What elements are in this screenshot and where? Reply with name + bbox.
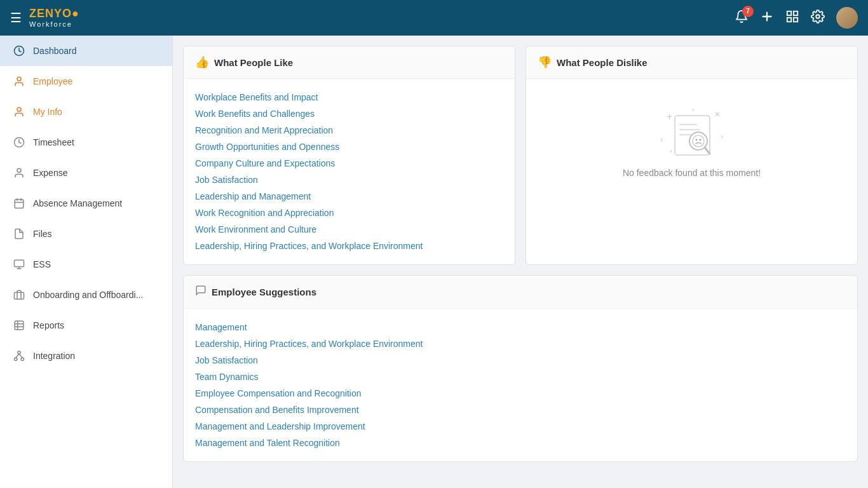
svg-text:✕: ✕ (714, 110, 721, 119)
like-list-item[interactable]: Job Satisfaction (195, 172, 503, 188)
timesheet-icon (13, 136, 25, 149)
logo: ZENYO● Workforce (29, 8, 79, 28)
suggestion-list-item[interactable]: Leadership, Hiring Practices, and Workpl… (195, 336, 846, 352)
like-list-item[interactable]: Work Recognition and Appreciation (195, 205, 503, 221)
top-navigation: ☰ ZENYO● Workforce 7 (0, 0, 868, 36)
svg-point-9 (17, 107, 21, 111)
svg-rect-20 (15, 321, 24, 330)
suggestion-list-item[interactable]: Compensation and Benefits Improvement (195, 402, 846, 418)
suggestion-list-item[interactable]: Management (195, 319, 846, 336)
ess-icon (13, 258, 25, 271)
dislike-empty-text: No feedback found at this moment! (623, 168, 761, 178)
thumbs-up-icon: 👍 (195, 55, 209, 69)
settings-icon[interactable] (811, 10, 825, 27)
onboarding-icon (13, 288, 25, 301)
like-list-item[interactable]: Company Culture and Expectations (195, 155, 503, 172)
svg-rect-4 (787, 17, 791, 21)
svg-point-6 (816, 15, 820, 18)
suggestions-list[interactable]: ManagementLeadership, Hiring Practices, … (184, 309, 857, 461)
logo-zenyo: ZENYO● (29, 8, 79, 20)
sidebar-item-label: My Info (33, 107, 62, 117)
svg-point-8 (17, 77, 21, 81)
like-list-item[interactable]: Work Environment and Culture (195, 221, 503, 238)
sidebar-item-label: Reports (33, 320, 64, 330)
svg-text:*: * (670, 149, 672, 156)
what-people-like-card: 👍 What People Like Workplace Benefits an… (183, 46, 515, 265)
what-people-dislike-card: 👎 What People Dislike + ✕ * ‹ › * (526, 46, 858, 265)
suggestion-list-item[interactable]: Management and Leadership Improvement (195, 418, 846, 435)
svg-line-27 (16, 354, 19, 358)
sidebar-item-label: Timesheet (33, 137, 74, 147)
svg-rect-19 (15, 292, 24, 299)
suggestion-list-item[interactable]: Team Dynamics (195, 369, 846, 385)
svg-text:*: * (692, 108, 695, 115)
topnav-right: 7 (735, 7, 858, 29)
suggestions-title: Employee Suggestions (212, 287, 316, 297)
svg-rect-2 (787, 11, 791, 15)
what-people-like-title: What People Like (214, 57, 293, 68)
svg-point-40 (693, 135, 704, 147)
sidebar-item-label: Files (33, 229, 52, 239)
sidebar: Dashboard Employee My Info (0, 36, 173, 488)
files-icon (13, 227, 25, 240)
svg-rect-12 (15, 200, 24, 208)
svg-line-28 (19, 354, 22, 358)
like-list-item[interactable]: Leadership, Hiring Practices, and Workpl… (195, 238, 503, 254)
what-people-like-list[interactable]: Workplace Benefits and ImpactWork Benefi… (184, 79, 515, 264)
what-people-dislike-title: What People Dislike (557, 57, 648, 68)
like-list-item[interactable]: Growth Opportunities and Openness (195, 139, 503, 155)
svg-point-41 (695, 139, 697, 141)
sidebar-item-myinfo[interactable]: My Info (0, 97, 172, 127)
sidebar-item-label: Employee (33, 76, 72, 86)
svg-point-11 (17, 168, 21, 172)
sidebar-item-label: Expense (33, 168, 67, 178)
sidebar-item-absence[interactable]: Absence Management (0, 188, 172, 219)
svg-text:+: + (667, 111, 672, 122)
dashboard-icon (13, 44, 25, 57)
sidebar-item-reports[interactable]: Reports (0, 310, 172, 341)
myinfo-icon (13, 105, 25, 118)
notification-bell[interactable]: 7 (735, 10, 749, 27)
dislike-empty-state: + ✕ * ‹ › * (526, 79, 857, 203)
sidebar-item-label: Integration (33, 351, 75, 361)
svg-rect-3 (794, 11, 797, 15)
what-people-like-header: 👍 What People Like (184, 46, 515, 79)
svg-text:‹: ‹ (660, 134, 663, 144)
suggestion-list-item[interactable]: Job Satisfaction (195, 352, 846, 369)
sidebar-item-onboarding[interactable]: Onboarding and Offboardi... (0, 280, 172, 310)
comment-icon (195, 285, 207, 299)
like-list-item[interactable]: Workplace Benefits and Impact (195, 89, 503, 105)
user-avatar[interactable] (836, 7, 858, 29)
integration-icon (13, 349, 25, 362)
suggestion-list-item[interactable]: Employee Compensation and Recognition (195, 385, 846, 402)
like-list-item[interactable]: Leadership and Management (195, 188, 503, 205)
grid-icon[interactable] (785, 10, 799, 27)
expense-icon (13, 166, 25, 179)
like-list-item[interactable]: Recognition and Merit Appreciation (195, 122, 503, 139)
logo-workforce: Workforce (29, 20, 79, 28)
notification-badge: 7 (742, 6, 754, 17)
sidebar-item-expense[interactable]: Expense (0, 158, 172, 188)
main-layout: Dashboard Employee My Info (0, 36, 868, 488)
hamburger-icon[interactable]: ☰ (10, 10, 22, 25)
sidebar-item-integration[interactable]: Integration (0, 341, 172, 371)
main-content: 👍 What People Like Workplace Benefits an… (173, 36, 868, 488)
svg-point-42 (699, 139, 701, 141)
sidebar-item-files[interactable]: Files (0, 219, 172, 249)
sidebar-item-ess[interactable]: ESS (0, 249, 172, 280)
sidebar-item-employee[interactable]: Employee (0, 66, 172, 97)
sidebar-item-timesheet[interactable]: Timesheet (0, 127, 172, 158)
svg-text:›: › (721, 132, 723, 141)
feedback-row: 👍 What People Like Workplace Benefits an… (183, 46, 858, 265)
sidebar-item-dashboard[interactable]: Dashboard (0, 36, 172, 66)
svg-rect-16 (15, 260, 24, 267)
absence-icon (13, 197, 25, 210)
plus-icon[interactable] (760, 10, 774, 27)
sidebar-item-label: Absence Management (33, 198, 122, 208)
like-list-item[interactable]: Work Benefits and Challenges (195, 105, 503, 122)
suggestion-list-item[interactable]: Management and Talent Recognition (195, 435, 846, 451)
what-people-dislike-header: 👎 What People Dislike (526, 46, 857, 79)
suggestions-header: Employee Suggestions (184, 276, 857, 309)
thumbs-down-icon: 👎 (538, 55, 552, 69)
sidebar-item-label: Onboarding and Offboardi... (33, 290, 143, 300)
